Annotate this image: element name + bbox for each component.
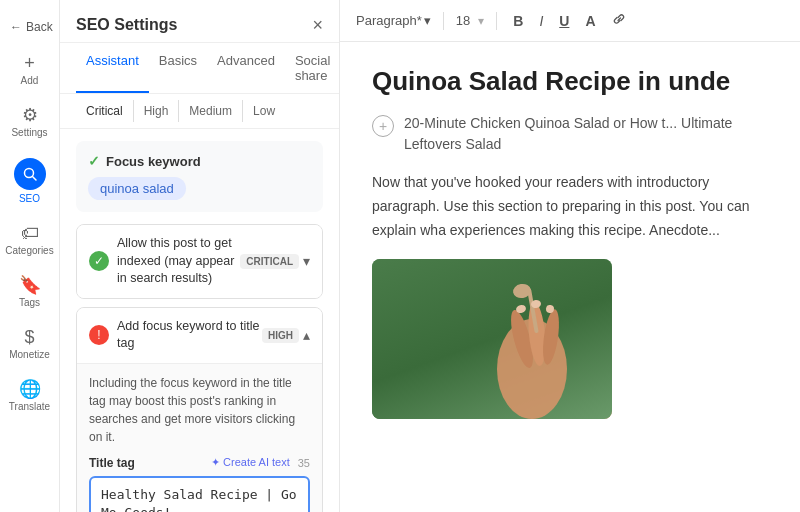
- check-expanded-content: Including the focus keyword in the title…: [77, 363, 322, 513]
- back-label: Back: [26, 20, 53, 34]
- editor-toolbar: Paragraph* ▾ 18 ▾ B I U A: [340, 0, 800, 42]
- font-size-chevron: ▾: [478, 14, 484, 28]
- sidebar-item-label: Translate: [9, 401, 50, 412]
- ai-create-button[interactable]: ✦ Create AI text: [211, 456, 290, 469]
- char-count: 35: [298, 457, 310, 469]
- seo-tabs: Assistant Basics Advanced Social share: [60, 43, 339, 94]
- sidebar-item-label: Monetize: [9, 349, 50, 360]
- underline-button[interactable]: U: [555, 11, 573, 31]
- settings-icon: ⚙: [22, 106, 38, 124]
- link-button[interactable]: [608, 10, 630, 31]
- back-arrow-icon: ←: [10, 20, 22, 34]
- article-body: Now that you've hooked your readers with…: [372, 171, 768, 242]
- sidebar-item-categories[interactable]: 🏷 Categories: [0, 216, 59, 264]
- seo-content: ✓ Focus keyword quinoa salad ✓ Allow thi…: [60, 129, 339, 512]
- seo-panel-title: SEO Settings: [76, 16, 177, 34]
- add-subtitle-icon[interactable]: +: [372, 115, 394, 137]
- add-icon: +: [24, 54, 35, 72]
- tab-social-share[interactable]: Social share: [285, 43, 340, 93]
- seo-header: SEO Settings ×: [60, 0, 339, 43]
- seo-icon: [14, 158, 46, 190]
- sidebar: ← Back + Add ⚙ Settings SEO 🏷 Categories…: [0, 0, 60, 512]
- sidebar-item-label: SEO: [19, 193, 40, 204]
- check-indexing-text: Allow this post to get indexed (may appe…: [117, 235, 240, 288]
- italic-button[interactable]: I: [535, 11, 547, 31]
- sidebar-item-monetize[interactable]: $ Monetize: [0, 320, 59, 368]
- check-high-badge: High: [262, 328, 299, 343]
- bold-button[interactable]: B: [509, 11, 527, 31]
- priority-tab-critical[interactable]: Critical: [76, 100, 134, 122]
- priority-tab-high[interactable]: High: [134, 100, 180, 122]
- chevron-down-icon: ▾: [424, 13, 431, 28]
- focus-keyword-label: ✓ Focus keyword: [88, 153, 311, 169]
- field-label: Title tag: [89, 456, 135, 470]
- check-icon: ✓: [88, 153, 100, 169]
- check-status-green-icon: ✓: [89, 251, 109, 271]
- sidebar-item-label: Add: [21, 75, 39, 86]
- toolbar-divider: [443, 12, 444, 30]
- editor-content: Quinoa Salad Recipe in unde + 20-Minute …: [340, 42, 800, 512]
- sidebar-item-label: Settings: [11, 127, 47, 138]
- check-critical-badge: Critical: [240, 254, 299, 269]
- tab-assistant[interactable]: Assistant: [76, 43, 149, 93]
- sidebar-item-translate[interactable]: 🌐 Translate: [0, 372, 59, 420]
- priority-tab-low[interactable]: Low: [243, 100, 285, 122]
- check-description: Including the focus keyword in the title…: [89, 374, 310, 446]
- monetize-icon: $: [24, 328, 34, 346]
- article-image: [372, 259, 612, 419]
- text-color-button[interactable]: A: [581, 11, 599, 31]
- chevron-up-icon[interactable]: ▴: [303, 327, 310, 343]
- toolbar-divider: [496, 12, 497, 30]
- sidebar-item-tags[interactable]: 🔖 Tags: [0, 268, 59, 316]
- svg-line-1: [32, 177, 36, 181]
- categories-icon: 🏷: [21, 224, 39, 242]
- title-tag-input[interactable]: [89, 476, 310, 513]
- font-size-value[interactable]: 18: [456, 13, 470, 28]
- chevron-down-icon[interactable]: ▾: [303, 253, 310, 269]
- seo-panel: SEO Settings × Assistant Basics Advanced…: [60, 0, 340, 512]
- keyword-chip: quinoa salad: [88, 177, 186, 200]
- field-label-row: Title tag ✦ Create AI text 35: [89, 456, 310, 470]
- sidebar-item-settings[interactable]: ⚙ Settings: [0, 98, 59, 146]
- check-status-red-icon: !: [89, 325, 109, 345]
- hand-image: [472, 279, 592, 419]
- tags-icon: 🔖: [19, 276, 41, 294]
- paragraph-format-select[interactable]: Paragraph* ▾: [356, 13, 431, 28]
- priority-tab-medium[interactable]: Medium: [179, 100, 243, 122]
- sidebar-item-label: Tags: [19, 297, 40, 308]
- sidebar-item-seo[interactable]: SEO: [0, 150, 59, 212]
- translate-icon: 🌐: [19, 380, 41, 398]
- check-title-tag-text: Add focus keyword to title tag: [117, 318, 262, 353]
- article-subtitle: 20-Minute Chicken Quinoa Salad or How t.…: [404, 113, 768, 155]
- seo-check-indexing: ✓ Allow this post to get indexed (may ap…: [76, 224, 323, 299]
- sidebar-item-add[interactable]: + Add: [0, 46, 59, 94]
- tab-advanced[interactable]: Advanced: [207, 43, 285, 93]
- article-subtitle-row: + 20-Minute Chicken Quinoa Salad or How …: [372, 113, 768, 155]
- article-title: Quinoa Salad Recipe in unde: [372, 66, 768, 97]
- close-button[interactable]: ×: [312, 16, 323, 34]
- focus-keyword-section: ✓ Focus keyword quinoa salad: [76, 141, 323, 212]
- sidebar-item-label: Categories: [5, 245, 53, 256]
- editor-area: Paragraph* ▾ 18 ▾ B I U A Quinoa Salad R…: [340, 0, 800, 512]
- tab-basics[interactable]: Basics: [149, 43, 207, 93]
- back-button[interactable]: ← Back: [0, 12, 59, 42]
- priority-tabs: Critical High Medium Low: [60, 94, 339, 129]
- seo-check-title-tag: ! Add focus keyword to title tag High ▴ …: [76, 307, 323, 513]
- seo-check-indexing-header[interactable]: ✓ Allow this post to get indexed (may ap…: [77, 225, 322, 298]
- seo-check-title-header[interactable]: ! Add focus keyword to title tag High ▴: [77, 308, 322, 363]
